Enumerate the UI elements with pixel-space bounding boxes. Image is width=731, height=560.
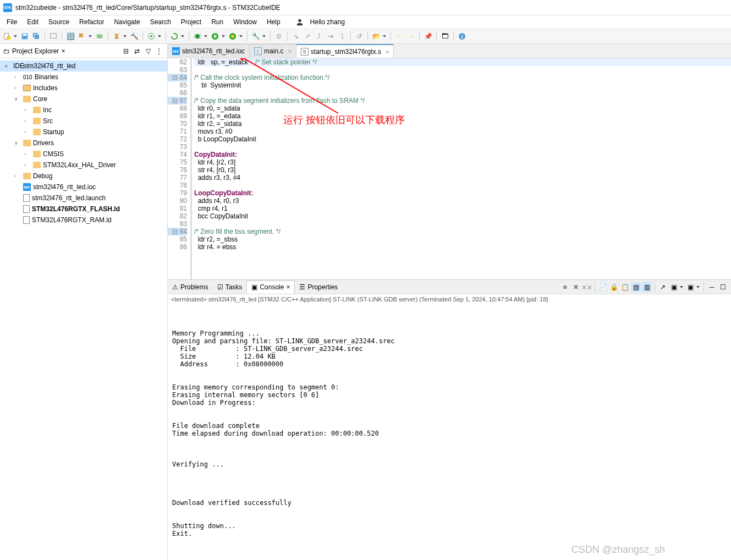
clear-console-icon[interactable]: 📄 — [598, 282, 608, 292]
terminate-icon[interactable]: ■ — [560, 282, 570, 292]
build-button[interactable] — [112, 31, 122, 41]
expand-icon[interactable]: › — [24, 129, 31, 135]
sdk-button[interactable] — [95, 31, 105, 41]
ext-tools-dropdown[interactable] — [262, 31, 267, 41]
build-config-button[interactable] — [77, 31, 87, 41]
switch-button[interactable] — [48, 31, 58, 41]
tree-item[interactable]: STM32L476RGTX_RAM.ld — [0, 215, 167, 226]
user-greeting[interactable]: Hello zhang — [292, 16, 354, 28]
menu-search[interactable]: Search — [146, 17, 175, 27]
tree-item[interactable]: MXstm32l476_rtt_led.ioc — [0, 182, 167, 193]
tree-root[interactable]: ∨ IDE stm32l476_rtt_led — [0, 61, 167, 72]
expand-icon[interactable]: ∨ — [4, 63, 11, 69]
menu-project[interactable]: Project — [177, 17, 206, 27]
menu-source[interactable]: Source — [44, 17, 74, 27]
remove-launch-icon[interactable]: ✖ — [571, 282, 581, 292]
tree-item[interactable]: ›Debug — [0, 171, 167, 182]
ext-tools-button[interactable]: 🔧 — [251, 31, 261, 41]
build-dropdown[interactable] — [123, 31, 128, 41]
run-button[interactable] — [210, 31, 220, 41]
refresh-button[interactable] — [169, 31, 179, 41]
menu-run[interactable]: Run — [207, 17, 228, 27]
link-editor-icon[interactable]: ⇄ — [132, 46, 142, 56]
save-button[interactable] — [20, 31, 30, 41]
new-dropdown[interactable] — [14, 31, 18, 41]
refresh-dropdown[interactable] — [181, 31, 185, 41]
coverage-dropdown[interactable] — [239, 31, 244, 41]
scroll-lock-icon[interactable]: 🔒 — [609, 282, 619, 292]
step5-button[interactable]: ⤵ — [337, 31, 347, 41]
close-icon[interactable]: × — [386, 48, 389, 55]
expand-icon[interactable]: › — [24, 151, 31, 157]
close-icon[interactable]: × — [61, 47, 65, 55]
menu-file[interactable]: File — [2, 17, 21, 27]
tree-item[interactable]: ›Src — [0, 116, 167, 127]
menu-help[interactable]: Help — [262, 17, 285, 27]
step4-button[interactable]: ⇥ — [326, 31, 336, 41]
perspective-button[interactable]: 🗔 — [440, 31, 450, 41]
debug-button[interactable] — [193, 31, 202, 41]
word-wrap-icon[interactable]: 📋 — [620, 282, 630, 292]
tab-problems[interactable]: ⚠Problems — [168, 281, 213, 294]
pin-button[interactable]: 📌 — [423, 31, 433, 41]
build-config-dropdown[interactable] — [89, 31, 93, 41]
expand-icon[interactable]: › — [14, 74, 21, 80]
tree-item[interactable]: ›CMSIS — [0, 149, 167, 160]
tab-console[interactable]: ▣Console× — [246, 281, 295, 294]
filter-icon[interactable]: ▽ — [143, 46, 153, 56]
expand-icon[interactable]: › — [24, 118, 31, 124]
menu-window[interactable]: Window — [229, 17, 261, 27]
debug-dropdown[interactable] — [204, 31, 208, 41]
tree-item[interactable]: ›Startup — [0, 127, 167, 138]
close-icon[interactable]: × — [288, 48, 291, 54]
step1-button[interactable]: ↘ — [291, 31, 301, 41]
expand-icon[interactable]: › — [24, 162, 31, 168]
tab-tasks[interactable]: ☑Tasks — [213, 281, 247, 294]
tab-startup-s[interactable]: S startup_stm32l476rgtx.s × — [296, 44, 394, 58]
console-output[interactable]: Memory Programming ... Opening and parsi… — [168, 304, 731, 560]
expand-icon[interactable]: › — [24, 107, 31, 113]
step3-button[interactable]: ⤴ — [314, 31, 324, 41]
expand-icon[interactable]: ∨ — [14, 96, 21, 102]
remove-all-icon[interactable]: ⨯⨯ — [582, 282, 592, 292]
forward-button[interactable]: → — [406, 31, 416, 41]
close-icon[interactable]: × — [286, 283, 290, 291]
display-icon[interactable]: ▣ — [669, 282, 679, 292]
tree-item[interactable]: STM32L476RGTX_FLASH.ld — [0, 204, 167, 215]
new-console-icon[interactable]: ▣ — [685, 282, 695, 292]
tab-main-c[interactable]: c main.c × — [250, 44, 296, 58]
target-button[interactable] — [146, 31, 156, 41]
tree-item[interactable]: ›STM32L4xx_HAL_Driver — [0, 160, 167, 171]
step2-button[interactable]: ↗ — [303, 31, 312, 41]
open-type-dropdown[interactable] — [383, 31, 387, 41]
expand-icon[interactable]: ∨ — [14, 140, 21, 146]
tree-item[interactable]: ›010Binaries — [0, 72, 167, 83]
open-type-button[interactable]: 📂 — [371, 31, 381, 41]
collapse-all-icon[interactable]: ⊟ — [121, 46, 131, 56]
tab-properties[interactable]: ☰Properties — [295, 281, 342, 294]
run-dropdown[interactable] — [222, 31, 226, 41]
maximize-icon[interactable]: ☐ — [718, 282, 728, 292]
display-dropdown[interactable] — [680, 282, 684, 292]
open-console-icon[interactable]: ↗ — [658, 282, 668, 292]
tree-item[interactable]: ∨Core — [0, 94, 167, 105]
tree-item[interactable]: ›Includes — [0, 83, 167, 94]
show-console-icon[interactable]: ▤ — [631, 282, 641, 292]
minimize-icon[interactable]: ─ — [707, 282, 717, 292]
menu-edit[interactable]: Edit — [23, 17, 43, 27]
editor-body[interactable]: 6263⊟ 646566⊟ 67686970717273747576777879… — [168, 58, 731, 279]
tree-item[interactable]: ›Inc — [0, 105, 167, 116]
pin-console-icon[interactable]: ▥ — [642, 282, 652, 292]
skip-button[interactable]: ⊘ — [274, 31, 284, 41]
view-menu-icon[interactable]: ⋮ — [154, 46, 164, 56]
reset-button[interactable]: ↺ — [354, 31, 364, 41]
expand-icon[interactable]: › — [14, 85, 21, 91]
tree-item[interactable]: ∨Drivers — [0, 138, 167, 149]
menu-refactor[interactable]: Refactor — [75, 17, 108, 27]
tree-item[interactable]: stm32l476_rtt_led.launch — [0, 193, 167, 204]
tab-ioc[interactable]: MX stm32l476_rtt_led.ioc — [168, 44, 250, 58]
hex-button[interactable]: 🔢 — [65, 31, 75, 41]
new-button[interactable] — [2, 31, 12, 41]
target-dropdown[interactable] — [158, 31, 162, 41]
build-all-button[interactable]: 🔨 — [129, 31, 139, 41]
